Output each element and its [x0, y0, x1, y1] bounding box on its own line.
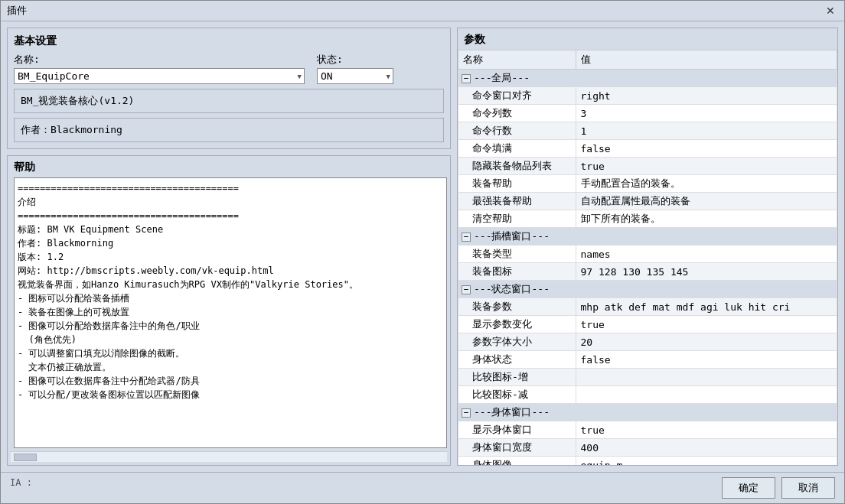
- table-row[interactable]: 身体状态false: [458, 351, 837, 369]
- col-header-value: 值: [576, 50, 837, 70]
- param-name-cell: 显示身体窗口: [458, 421, 576, 439]
- table-row[interactable]: 命令窗口对齐right: [458, 87, 837, 105]
- confirm-button[interactable]: 确定: [722, 477, 775, 499]
- table-row[interactable]: 装备类型names: [458, 245, 837, 263]
- params-section: 参数 名称 值 −---全局---命令窗口对齐right命令列数3命令行数: [457, 28, 838, 466]
- table-row[interactable]: 隐藏装备物品列表true: [458, 158, 837, 175]
- param-value-cell: 400: [576, 439, 837, 457]
- footer-bar: IA : 确定 取消: [1, 472, 844, 503]
- param-value-cell: 卸下所有的装备。: [576, 210, 837, 228]
- param-name-cell: 命令填满: [458, 140, 576, 158]
- status-field-group: 状态: ON OFF: [317, 53, 393, 84]
- param-name-cell: 最强装备帮助: [458, 193, 576, 210]
- param-name-cell: 比较图标-增: [458, 369, 576, 386]
- group-header-cell: −---插槽窗口---: [458, 228, 837, 245]
- description-box: BM_视觉装备核心(v1.2): [14, 89, 444, 113]
- param-name-cell: 身体窗口宽度: [458, 439, 576, 457]
- table-group-header: −---身体窗口---: [458, 404, 837, 421]
- help-scroll-area[interactable]: ========================================…: [14, 177, 447, 448]
- horizontal-scrollbar[interactable]: [11, 451, 447, 462]
- param-value-cell: true: [576, 158, 837, 175]
- right-panel: 参数 名称 值 −---全局---命令窗口对齐right命令列数3命令行数: [457, 28, 838, 466]
- group-header-cell: −---状态窗口---: [458, 281, 837, 298]
- table-row[interactable]: 最强装备帮助自动配置属性最高的装备: [458, 193, 837, 210]
- col-header-name: 名称: [458, 50, 576, 70]
- params-scroll[interactable]: 名称 值 −---全局---命令窗口对齐right命令列数3命令行数1命令填满f…: [458, 50, 837, 465]
- param-name-cell: 装备帮助: [458, 175, 576, 193]
- table-row[interactable]: 显示参数变化true: [458, 316, 837, 333]
- table-row[interactable]: 装备图标97 128 130 135 145: [458, 263, 837, 281]
- param-value-cell: equip_m: [576, 457, 837, 466]
- param-name-cell: 清空帮助: [458, 210, 576, 228]
- table-row[interactable]: 身体窗口宽度400: [458, 439, 837, 457]
- status-label: 状态:: [317, 53, 393, 67]
- table-row[interactable]: 参数字体大小20: [458, 333, 837, 351]
- table-group-header: −---插槽窗口---: [458, 228, 837, 245]
- param-name-cell: 比较图标-减: [458, 386, 576, 404]
- table-group-header: −---状态窗口---: [458, 281, 837, 298]
- param-value-cell: false: [576, 140, 837, 158]
- table-row[interactable]: 清空帮助卸下所有的装备。: [458, 210, 837, 228]
- params-table: 名称 值 −---全局---命令窗口对齐right命令列数3命令行数1命令填满f…: [458, 50, 837, 465]
- window-title: 插件: [7, 4, 27, 18]
- table-row[interactable]: 命令列数3: [458, 105, 837, 122]
- basic-settings-section: 基本设置 名称: BM_EquipCore 状态:: [7, 28, 451, 149]
- param-value-cell: names: [576, 245, 837, 263]
- param-name-cell: 显示参数变化: [458, 316, 576, 333]
- close-button[interactable]: ✕: [823, 5, 838, 17]
- table-row[interactable]: 身体图像equip_m: [458, 457, 837, 466]
- table-group-header: −---全局---: [458, 70, 837, 87]
- param-value-cell: right: [576, 87, 837, 105]
- name-select-container: BM_EquipCore: [14, 68, 305, 84]
- left-panel: 基本设置 名称: BM_EquipCore 状态:: [7, 28, 451, 466]
- params-title: 参数: [458, 28, 837, 50]
- param-value-cell: [576, 369, 837, 386]
- table-row[interactable]: 比较图标-减: [458, 386, 837, 404]
- param-value-cell: mhp atk def mat mdf agi luk hit cri: [576, 298, 837, 316]
- group-header-cell: −---身体窗口---: [458, 404, 837, 421]
- ia-label: IA :: [10, 477, 716, 499]
- group-collapse-button[interactable]: −: [462, 285, 471, 294]
- params-table-wrapper: 名称 值 −---全局---命令窗口对齐right命令列数3命令行数1命令填满f…: [458, 50, 837, 465]
- param-value-cell: [576, 386, 837, 404]
- param-value-cell: 手动配置合适的装备。: [576, 175, 837, 193]
- description-text: BM_视觉装备核心(v1.2): [21, 95, 134, 106]
- param-value-cell: true: [576, 316, 837, 333]
- main-content: 基本设置 名称: BM_EquipCore 状态:: [1, 21, 844, 472]
- name-status-row: 名称: BM_EquipCore 状态: ON OFF: [14, 53, 444, 84]
- param-value-cell: true: [576, 421, 837, 439]
- param-name-cell: 装备类型: [458, 245, 576, 263]
- param-value-cell: 20: [576, 333, 837, 351]
- table-row[interactable]: 显示身体窗口true: [458, 421, 837, 439]
- cancel-button[interactable]: 取消: [781, 477, 835, 499]
- param-name-cell: 参数字体大小: [458, 333, 576, 351]
- param-value-cell: 97 128 130 135 145: [576, 263, 837, 281]
- param-value-cell: false: [576, 351, 837, 369]
- group-header-cell: −---全局---: [458, 70, 837, 87]
- basic-settings-title: 基本设置: [14, 34, 444, 48]
- scrollbar-thumb-h: [14, 454, 37, 461]
- group-collapse-button[interactable]: −: [462, 232, 471, 242]
- table-row[interactable]: 命令行数1: [458, 122, 837, 140]
- help-section: 帮助 =====================================…: [7, 155, 451, 466]
- table-row[interactable]: 装备参数mhp atk def mat mdf agi luk hit cri: [458, 298, 837, 316]
- param-value-cell: 1: [576, 122, 837, 140]
- author-box: 作者：Blackmorning: [14, 118, 444, 142]
- param-name-cell: 身体状态: [458, 351, 576, 369]
- param-name-cell: 装备图标: [458, 263, 576, 281]
- param-name-cell: 隐藏装备物品列表: [458, 158, 576, 175]
- status-select[interactable]: ON OFF: [317, 68, 393, 84]
- table-row[interactable]: 装备帮助手动配置合适的装备。: [458, 175, 837, 193]
- table-row[interactable]: 比较图标-增: [458, 369, 837, 386]
- help-content-wrapper: ========================================…: [11, 177, 447, 448]
- group-collapse-button[interactable]: −: [462, 74, 471, 83]
- table-row[interactable]: 命令填满false: [458, 140, 837, 158]
- help-title: 帮助: [8, 156, 450, 177]
- help-text: ========================================…: [15, 178, 446, 405]
- name-field-group: 名称: BM_EquipCore: [14, 53, 305, 84]
- author-box-wrapper: 作者：Blackmorning: [14, 118, 444, 142]
- param-value-cell: 3: [576, 105, 837, 122]
- name-select[interactable]: BM_EquipCore: [14, 68, 305, 84]
- group-collapse-button[interactable]: −: [462, 408, 471, 418]
- param-name-cell: 命令列数: [458, 105, 576, 122]
